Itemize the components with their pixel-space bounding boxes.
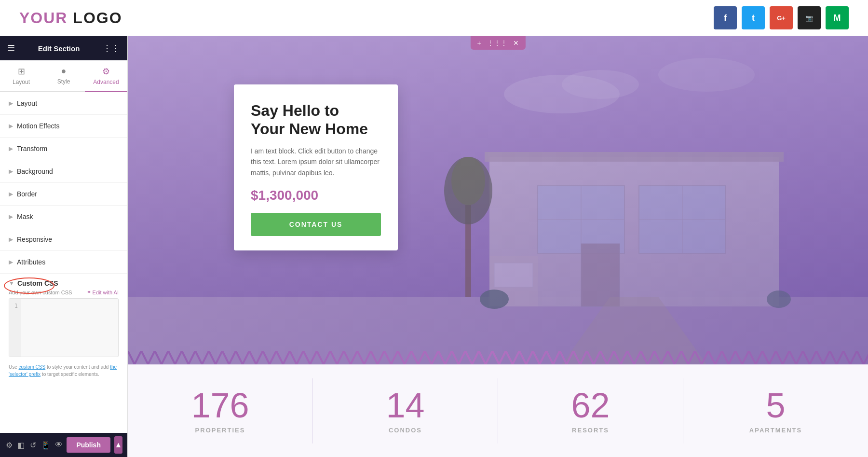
css-textarea[interactable] bbox=[21, 299, 118, 357]
chevron-icon: ▶ bbox=[9, 123, 13, 129]
background-label: Background bbox=[17, 167, 53, 175]
stat-condos: 14 CONDOS bbox=[313, 378, 498, 443]
stats-section: 176 PROPERTIES 14 CONDOS 62 RESORTS 5 AP… bbox=[128, 364, 868, 457]
layout-label: Layout bbox=[17, 99, 37, 107]
contact-us-button[interactable]: CONTACT US bbox=[251, 213, 381, 236]
sidebar-item-mask[interactable]: ▶ Mask bbox=[0, 206, 127, 228]
custom-css-label: Custom CSS bbox=[17, 279, 58, 287]
tab-style-label: Style bbox=[57, 78, 70, 85]
chevron-icon: ▶ bbox=[9, 145, 13, 152]
section-close-button[interactable]: ✕ bbox=[513, 39, 519, 47]
tab-advanced-label: Advanced bbox=[93, 79, 119, 85]
stat-properties: 176 PROPERTIES bbox=[128, 378, 313, 443]
main-area: ☰ Edit Section ⋮⋮ ⊞ Layout ● Style ⚙ Adv… bbox=[0, 36, 868, 457]
border-label: Border bbox=[17, 190, 37, 198]
attributes-label: Attributes bbox=[17, 258, 45, 266]
add-custom-css-text: Add your own custom CSS bbox=[9, 290, 72, 295]
instagram-button[interactable]: 📷 bbox=[798, 6, 821, 29]
sidebar-item-border[interactable]: ▶ Border bbox=[0, 183, 127, 206]
hero-card: Say Hello to Your New Home I am text blo… bbox=[234, 84, 398, 250]
hero-heading: Say Hello to Your New Home bbox=[251, 101, 381, 138]
twitter-button[interactable]: t bbox=[742, 6, 765, 29]
mask-label: Mask bbox=[17, 213, 33, 221]
chevron-icon: ▶ bbox=[9, 168, 13, 175]
resorts-label: RESORTS bbox=[508, 427, 673, 434]
layers-toolbar-btn[interactable]: ◧ bbox=[17, 436, 25, 454]
hamburger-icon[interactable]: ☰ bbox=[7, 43, 15, 54]
tab-style[interactable]: ● Style bbox=[42, 60, 85, 92]
apartments-label: APARTMENTS bbox=[693, 427, 858, 434]
custom-css-chevron[interactable]: ▼ bbox=[9, 280, 14, 287]
condos-number: 14 bbox=[323, 388, 488, 423]
hero-section: + ⋮⋮⋮ ✕ Say Hello to Your New Home I am … bbox=[128, 36, 868, 364]
logo-logo: LOGO bbox=[73, 9, 122, 27]
panel-tabs: ⊞ Layout ● Style ⚙ Advanced bbox=[0, 60, 127, 92]
settings-toolbar-btn[interactable]: ⚙ bbox=[5, 436, 13, 454]
stat-resorts: 62 RESORTS bbox=[498, 378, 683, 443]
css-hint-text: Use custom CSS to style your content and… bbox=[9, 361, 119, 380]
panel-header: ☰ Edit Section ⋮⋮ bbox=[0, 36, 127, 60]
properties-number: 176 bbox=[137, 388, 303, 423]
tab-layout[interactable]: ⊞ Layout bbox=[0, 60, 42, 92]
publish-button[interactable]: Publish bbox=[67, 437, 110, 453]
facebook-button[interactable]: f bbox=[714, 6, 737, 29]
hero-zigzag-border bbox=[128, 351, 868, 364]
bottom-toolbar: ⚙ ◧ ↺ 📱 👁 Publish ▲ bbox=[0, 433, 127, 457]
apartments-number: 5 bbox=[693, 388, 858, 423]
sidebar-item-attributes[interactable]: ▶ Attributes bbox=[0, 251, 127, 274]
chevron-icon: ▶ bbox=[9, 259, 13, 265]
tab-advanced[interactable]: ⚙ Advanced bbox=[85, 60, 127, 92]
responsive-label: Responsive bbox=[17, 235, 52, 243]
section-drag-handle[interactable]: ⋮⋮⋮ bbox=[487, 39, 507, 47]
panel-content: ▶ Layout ▶ Motion Effects ▶ Transform ▶ … bbox=[0, 92, 127, 433]
logo-your: YOUR bbox=[19, 9, 73, 27]
grid-icon[interactable]: ⋮⋮ bbox=[103, 43, 120, 54]
transform-label: Transform bbox=[17, 145, 47, 152]
motion-effects-label: Motion Effects bbox=[17, 122, 59, 130]
myntra-button[interactable]: M bbox=[826, 6, 849, 29]
sidebar-item-transform[interactable]: ▶ Transform bbox=[0, 138, 127, 160]
zigzag-svg bbox=[128, 351, 868, 364]
logo: YOUR LOGO bbox=[19, 9, 122, 27]
chevron-icon: ▶ bbox=[9, 191, 13, 197]
left-panel: ☰ Edit Section ⋮⋮ ⊞ Layout ● Style ⚙ Adv… bbox=[0, 36, 128, 457]
preview-toolbar-btn[interactable]: 👁 bbox=[54, 436, 63, 454]
section-add-button[interactable]: + bbox=[477, 39, 481, 47]
sidebar-item-responsive[interactable]: ▶ Responsive bbox=[0, 228, 127, 251]
hero-body-text: I am text block. Click edit button to ch… bbox=[251, 146, 381, 178]
properties-label: PROPERTIES bbox=[137, 427, 303, 434]
top-header: YOUR LOGO f t G+ 📷 M bbox=[0, 0, 868, 36]
googleplus-button[interactable]: G+ bbox=[770, 6, 793, 29]
hero-price: $1,300,000 bbox=[251, 188, 381, 203]
advanced-icon: ⚙ bbox=[102, 66, 110, 77]
style-icon: ● bbox=[61, 66, 67, 76]
chevron-icon: ▶ bbox=[9, 236, 13, 243]
custom-css-link[interactable]: custom CSS bbox=[19, 364, 46, 370]
canvas-area: + ⋮⋮⋮ ✕ Say Hello to Your New Home I am … bbox=[128, 36, 868, 457]
publish-expand-button[interactable]: ▲ bbox=[114, 436, 122, 454]
sidebar-item-background[interactable]: ▶ Background bbox=[0, 160, 127, 183]
section-toolbar: + ⋮⋮⋮ ✕ bbox=[470, 36, 525, 50]
line-numbers: 1 bbox=[9, 299, 21, 357]
panel-title: Edit Section bbox=[38, 44, 80, 53]
chevron-icon: ▶ bbox=[9, 213, 13, 220]
stat-apartments: 5 APARTMENTS bbox=[683, 378, 868, 443]
tab-layout-label: Layout bbox=[13, 79, 30, 85]
sidebar-item-layout[interactable]: ▶ Layout bbox=[0, 92, 127, 115]
resorts-number: 62 bbox=[508, 388, 673, 423]
responsive-toolbar-btn[interactable]: 📱 bbox=[41, 436, 51, 454]
layout-icon: ⊞ bbox=[18, 66, 25, 77]
chevron-icon: ▶ bbox=[9, 100, 13, 107]
ai-sparkle-icon: ✦ bbox=[87, 289, 91, 295]
social-icons: f t G+ 📷 M bbox=[714, 6, 849, 29]
condos-label: CONDOS bbox=[323, 427, 488, 434]
edit-with-ai-button[interactable]: ✦ Edit with AI bbox=[87, 289, 119, 295]
css-editor[interactable]: 1 bbox=[9, 298, 119, 357]
sidebar-item-motion-effects[interactable]: ▶ Motion Effects bbox=[0, 115, 127, 138]
custom-css-hint-row: Add your own custom CSS ✦ Edit with AI bbox=[9, 289, 119, 295]
history-toolbar-btn[interactable]: ↺ bbox=[29, 436, 37, 454]
